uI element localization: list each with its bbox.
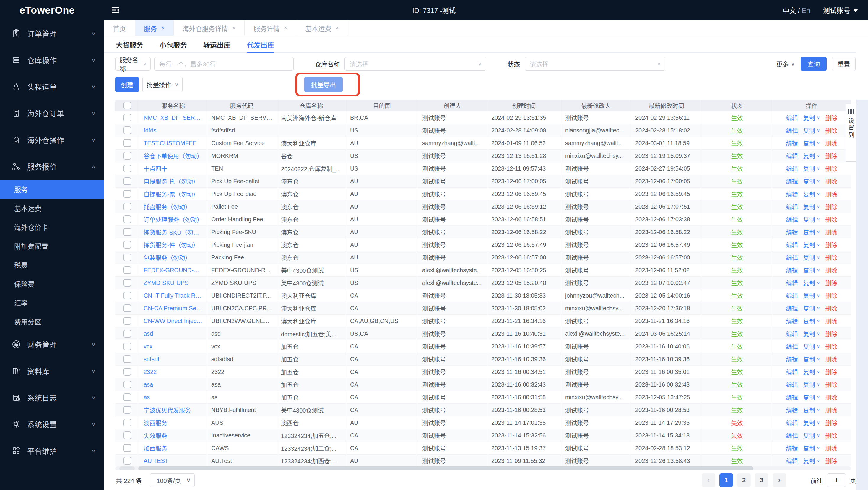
delete-link[interactable]: 删除 — [825, 380, 837, 389]
sidebar-item-7[interactable]: 财务管理∨ — [0, 331, 104, 358]
sidebar-subitem-6[interactable]: 保险费 — [0, 274, 104, 293]
tab-4[interactable]: 服务详情× — [245, 20, 296, 36]
page-button-3[interactable]: 3 — [755, 473, 769, 487]
copy-link[interactable]: 复制∨ — [803, 228, 820, 237]
copy-link[interactable]: 复制∨ — [803, 406, 820, 414]
service-name-link[interactable]: CN-CA Premium Service — [144, 305, 203, 312]
column-settings-tab[interactable]: 设置列 — [845, 104, 857, 162]
service-name-input[interactable]: 每行一个，最多30行 — [154, 57, 294, 71]
service-name-link[interactable]: vcx — [144, 343, 152, 350]
delete-link[interactable]: 删除 — [825, 368, 837, 376]
row-checkbox[interactable] — [123, 152, 131, 160]
delete-link[interactable]: 删除 — [825, 457, 837, 465]
edit-link[interactable]: 编辑 — [786, 431, 798, 440]
edit-link[interactable]: 编辑 — [786, 241, 798, 249]
delete-link[interactable]: 删除 — [825, 419, 837, 427]
row-checkbox[interactable] — [123, 215, 131, 223]
sidebar-item-6[interactable]: 服务报价∧ — [0, 153, 104, 180]
sidebar-item-10[interactable]: 系统设置∨ — [0, 411, 104, 437]
next-page-button[interactable]: › — [773, 473, 786, 487]
row-checkbox[interactable] — [123, 330, 131, 337]
edit-link[interactable]: 编辑 — [786, 203, 798, 211]
delete-link[interactable]: 删除 — [825, 126, 837, 135]
row-checkbox[interactable] — [123, 419, 131, 426]
service-name-link[interactable]: 加西服务 — [144, 444, 167, 453]
delete-link[interactable]: 删除 — [825, 177, 837, 186]
service-name-link[interactable]: 2322 — [144, 369, 157, 375]
subtab-2[interactable]: 小包服务 — [159, 36, 187, 53]
row-checkbox[interactable] — [123, 406, 131, 414]
edit-link[interactable]: 编辑 — [786, 304, 798, 313]
copy-link[interactable]: 复制∨ — [803, 317, 820, 326]
reset-button[interactable]: 重置 — [832, 57, 856, 71]
edit-link[interactable]: 编辑 — [786, 342, 798, 351]
copy-link[interactable]: 复制∨ — [803, 292, 820, 300]
page-button-2[interactable]: 2 — [737, 473, 751, 487]
edit-link[interactable]: 编辑 — [786, 457, 798, 465]
delete-link[interactable]: 删除 — [825, 406, 837, 414]
row-checkbox[interactable] — [123, 304, 131, 312]
sidebar-item-8[interactable]: 资料库∨ — [0, 358, 104, 384]
row-checkbox[interactable] — [123, 253, 131, 261]
edit-link[interactable]: 编辑 — [786, 380, 798, 389]
edit-link[interactable]: 编辑 — [786, 139, 798, 148]
row-checkbox[interactable] — [123, 457, 131, 465]
batch-operations-button[interactable]: 批量操作 ∨ — [143, 77, 183, 92]
goto-page-input[interactable] — [827, 473, 846, 487]
edit-link[interactable]: 编辑 — [786, 190, 798, 198]
sidebar-item-2[interactable]: 仓库操作∨ — [0, 47, 104, 73]
edit-link[interactable]: 编辑 — [786, 114, 798, 122]
batch-export-button[interactable]: 批量导出 — [304, 77, 343, 92]
delete-link[interactable]: 删除 — [825, 279, 837, 287]
service-name-link[interactable]: 谷仓下单使用（勿动） — [144, 152, 203, 160]
service-name-link[interactable]: fdfds — [144, 127, 156, 134]
delete-link[interactable]: 删除 — [825, 253, 837, 262]
edit-link[interactable]: 编辑 — [786, 393, 798, 402]
copy-link[interactable]: 复制∨ — [803, 190, 820, 198]
service-name-link[interactable]: 自提服务-票（勿动） — [144, 190, 199, 198]
sidebar-subitem-5[interactable]: 税费 — [0, 255, 104, 274]
lang-en[interactable]: En — [802, 7, 810, 14]
edit-link[interactable]: 编辑 — [786, 406, 798, 414]
service-name-link[interactable]: CN-IT Fully Track Recov... — [144, 292, 203, 299]
delete-link[interactable]: 删除 — [825, 266, 837, 275]
sidebar-item-1[interactable]: 订单管理∨ — [0, 20, 104, 47]
edit-link[interactable]: 编辑 — [786, 177, 798, 186]
edit-link[interactable]: 编辑 — [786, 126, 798, 135]
row-checkbox[interactable] — [123, 139, 131, 147]
copy-link[interactable]: 复制∨ — [803, 431, 820, 440]
copy-link[interactable]: 复制∨ — [803, 355, 820, 364]
copy-link[interactable]: 复制∨ — [803, 203, 820, 211]
row-checkbox[interactable] — [123, 190, 131, 198]
edit-link[interactable]: 编辑 — [786, 253, 798, 262]
service-name-link[interactable]: 失效服务 — [144, 431, 167, 440]
edit-link[interactable]: 编辑 — [786, 368, 798, 376]
edit-link[interactable]: 编辑 — [786, 317, 798, 326]
prev-page-button[interactable]: ‹ — [702, 473, 715, 487]
sidebar-subitem-1[interactable]: 服务 — [0, 180, 104, 198]
copy-link[interactable]: 复制∨ — [803, 241, 820, 249]
service-name-link[interactable]: NMC_XB_DF_SERVICE — [144, 114, 203, 121]
tab-2[interactable]: 服务× — [135, 20, 174, 36]
tab-close-icon[interactable]: × — [335, 25, 339, 31]
select-all-checkbox[interactable] — [123, 102, 131, 109]
delete-link[interactable]: 删除 — [825, 228, 837, 237]
language-switch[interactable]: 中文 / En — [783, 5, 810, 15]
sidebar-item-3[interactable]: 头程运单∨ — [0, 73, 104, 100]
sidebar-subitem-4[interactable]: 附加费配置 — [0, 237, 104, 255]
edit-link[interactable]: 编辑 — [786, 330, 798, 338]
more-filters-toggle[interactable]: 更多 ∨ — [776, 59, 795, 68]
service-name-link[interactable]: 拣货服务-件（勿动） — [144, 241, 199, 249]
delete-link[interactable]: 删除 — [825, 317, 837, 326]
service-name-link[interactable]: TEST.CUSTOMFEE — [144, 140, 197, 147]
sidebar-subitem-3[interactable]: 海外仓价卡 — [0, 217, 104, 237]
tab-3[interactable]: 海外仓服务详情× — [174, 20, 245, 36]
edit-link[interactable]: 编辑 — [786, 215, 798, 224]
copy-link[interactable]: 复制∨ — [803, 114, 820, 122]
subtab-4[interactable]: 代发出库 — [247, 36, 274, 53]
copy-link[interactable]: 复制∨ — [803, 152, 820, 160]
delete-link[interactable]: 删除 — [825, 139, 837, 148]
copy-link[interactable]: 复制∨ — [803, 380, 820, 389]
row-checkbox[interactable] — [123, 114, 131, 121]
row-checkbox[interactable] — [123, 381, 131, 388]
